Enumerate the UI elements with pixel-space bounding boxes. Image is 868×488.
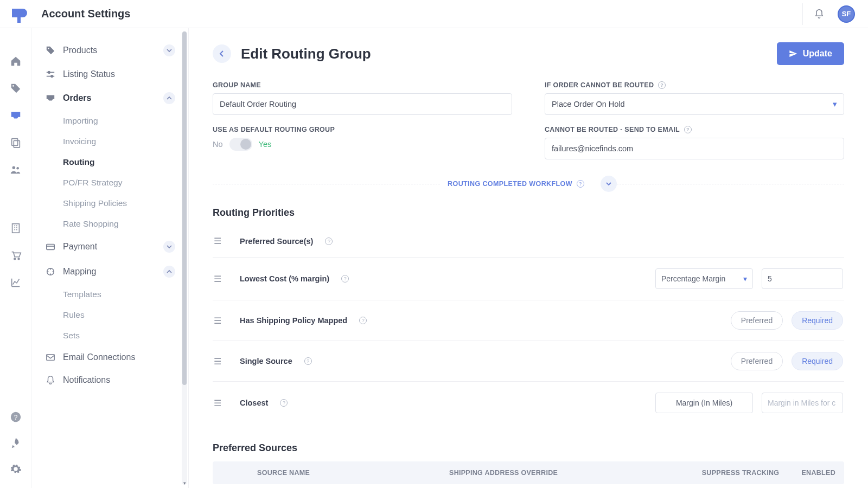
sidebar-item-orders[interactable]: Orders <box>40 86 181 111</box>
sidebar-item-listing-status[interactable]: Listing Status <box>40 63 181 86</box>
chevron-up-icon <box>163 92 175 104</box>
svg-point-3 <box>12 166 15 170</box>
label-if-cannot-route: IF ORDER CANNOT BE ROUTED ? <box>545 81 844 89</box>
sidebar-sub-rate-shopping[interactable]: Rate Shopping <box>40 214 181 234</box>
svg-point-12 <box>51 75 53 78</box>
sidebar-label: Notifications <box>63 375 110 385</box>
cannot-route-email-input[interactable] <box>545 138 844 159</box>
sidebar-label: Listing Status <box>63 69 115 79</box>
bell-icon <box>46 375 55 385</box>
preferred-pill[interactable]: Preferred <box>731 352 783 370</box>
preferred-sources-title: Preferred Sources <box>213 442 844 454</box>
priority-single-source: Single Source <box>240 357 292 365</box>
sidebar-label: Payment <box>63 242 97 252</box>
rail-home-icon[interactable] <box>10 55 22 67</box>
card-icon <box>46 242 55 252</box>
rail-cart-icon[interactable] <box>10 249 22 261</box>
col-suppress-tracking: SUPPRESS TRACKING <box>694 469 787 477</box>
help-icon[interactable]: ? <box>577 180 584 188</box>
help-icon[interactable]: ? <box>280 399 288 407</box>
inbox-icon <box>46 93 55 103</box>
notifications-bell-icon[interactable] <box>814 9 825 20</box>
user-avatar[interactable]: SF <box>838 5 855 23</box>
rail-users-icon[interactable] <box>10 164 22 176</box>
required-pill[interactable]: Required <box>792 311 843 330</box>
sidebar-item-email-connections[interactable]: Email Connections <box>40 346 181 369</box>
workflow-divider-label: ROUTING COMPLETED WORKFLOW ? <box>440 180 592 188</box>
workflow-expand-button[interactable] <box>601 176 617 192</box>
rail-chart-icon[interactable] <box>10 277 22 288</box>
sidebar-sub-rules[interactable]: Rules <box>40 305 181 325</box>
page-title: Edit Routing Group <box>241 46 371 62</box>
svg-point-11 <box>48 72 50 74</box>
toggle-off-label: No <box>213 140 223 149</box>
closest-margin-input[interactable] <box>762 393 843 413</box>
sidebar-sub-templates[interactable]: Templates <box>40 284 181 305</box>
chevron-down-icon: ▾ <box>743 274 747 283</box>
svg-point-0 <box>12 85 14 87</box>
toggle-on-label: Yes <box>259 140 272 149</box>
svg-point-4 <box>16 167 19 170</box>
select-value: Place Order On Hold <box>552 100 625 108</box>
rail-copy-icon[interactable] <box>10 137 22 149</box>
help-icon[interactable]: ? <box>359 317 367 324</box>
target-icon <box>46 267 55 277</box>
rail-building-icon[interactable] <box>10 222 22 234</box>
rail-help-icon[interactable]: ? <box>10 411 22 423</box>
preferred-pill[interactable]: Preferred <box>731 311 783 330</box>
drag-handle-icon[interactable]: ☰ <box>214 356 222 367</box>
group-name-input[interactable] <box>213 93 512 115</box>
rail-settings-icon[interactable] <box>10 463 22 475</box>
page-context-title: Account Settings <box>41 8 130 20</box>
help-icon[interactable]: ? <box>341 275 349 282</box>
chevron-down-icon <box>163 44 175 56</box>
rail-inbox-icon[interactable] <box>10 110 22 121</box>
drag-handle-icon[interactable]: ☰ <box>214 398 222 408</box>
priority-has-shipping-policy: Has Shipping Policy Mapped <box>240 316 347 325</box>
label-cannot-route-email: CANNOT BE ROUTED - SEND TO EMAIL ? <box>545 126 844 133</box>
sidebar-sub-importing[interactable]: Importing <box>40 111 181 131</box>
chevron-down-icon: ▾ <box>833 100 837 108</box>
lowest-cost-margin-value-input[interactable] <box>762 268 843 289</box>
update-button[interactable]: Update <box>777 42 844 65</box>
tag-icon <box>46 46 55 55</box>
sidebar-item-products[interactable]: Products <box>40 38 181 63</box>
send-icon <box>789 49 797 58</box>
svg-rect-2 <box>14 140 20 147</box>
required-pill[interactable]: Required <box>792 352 843 370</box>
svg-text:?: ? <box>14 414 17 421</box>
sidebar-item-payment[interactable]: Payment <box>40 234 181 259</box>
sidebar-scrollbar[interactable]: ▴ ▾ <box>182 31 187 485</box>
sidebar-item-mapping[interactable]: Mapping <box>40 259 181 284</box>
sidebar-sub-sets[interactable]: Sets <box>40 325 181 346</box>
svg-rect-1 <box>11 139 17 146</box>
app-logo[interactable] <box>10 4 29 24</box>
label-group-name: GROUP NAME <box>213 81 512 89</box>
lowest-cost-margin-type-select[interactable]: Percentage Margin ▾ <box>655 268 753 289</box>
sidebar-sub-shipping-policies[interactable]: Shipping Policies <box>40 193 181 214</box>
drag-handle-icon[interactable]: ☰ <box>214 236 222 246</box>
help-icon[interactable]: ? <box>658 81 666 89</box>
rail-tag-icon[interactable] <box>10 82 22 94</box>
if-cannot-route-select[interactable]: Place Order On Hold ▾ <box>545 93 844 115</box>
priority-preferred-sources: Preferred Source(s) <box>240 237 313 246</box>
default-routing-toggle[interactable] <box>229 138 252 151</box>
help-icon[interactable]: ? <box>684 126 692 133</box>
rail-rocket-icon[interactable] <box>10 437 22 449</box>
drag-handle-icon[interactable]: ☰ <box>214 274 222 284</box>
help-icon[interactable]: ? <box>304 357 312 365</box>
svg-point-6 <box>14 258 15 260</box>
svg-rect-5 <box>12 224 19 233</box>
help-icon[interactable]: ? <box>325 237 333 245</box>
sidebar-sub-pofr[interactable]: PO/FR Strategy <box>40 172 181 193</box>
sidebar-item-notifications[interactable]: Notifications <box>40 369 181 391</box>
col-enabled: ENABLED <box>787 469 835 477</box>
sidebar-sub-routing[interactable]: Routing <box>40 152 181 172</box>
back-button[interactable] <box>213 44 231 63</box>
svg-point-7 <box>18 258 20 260</box>
drag-handle-icon[interactable]: ☰ <box>214 316 222 326</box>
sidebar-sub-invoicing[interactable]: Invoicing <box>40 131 181 152</box>
sidebar-label: Products <box>63 46 97 55</box>
update-button-label: Update <box>803 49 832 59</box>
chevron-up-icon <box>163 266 175 278</box>
